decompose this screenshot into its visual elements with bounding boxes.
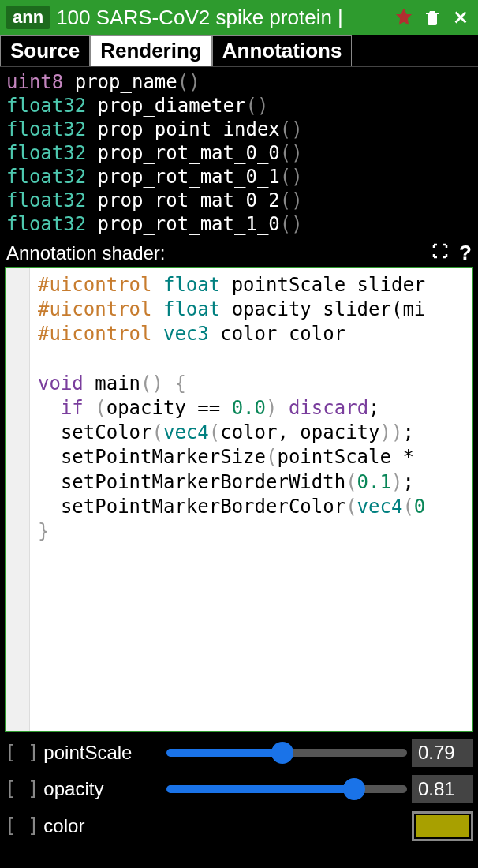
editor-line: #uicontrol float opacity slider(mi [38, 297, 464, 322]
prop-parens: () [280, 189, 303, 211]
prop-type: float32 [6, 166, 86, 188]
layer-type-badge: ann [6, 6, 50, 29]
prop-type: float32 [6, 189, 86, 211]
editor-gutter [6, 268, 30, 731]
control-color: [ ]color [5, 811, 473, 841]
editor-line: if (opacity == 0.0) discard; [38, 396, 464, 421]
control-label: pointScale [43, 742, 162, 764]
pin-icon[interactable] [393, 6, 415, 28]
prop-parens: () [280, 213, 303, 235]
property-row: float32 prop_rot_mat_0_2() [6, 189, 472, 212]
prop-name: prop_rot_mat_0_1 [86, 166, 280, 188]
opacity-slider[interactable] [166, 785, 407, 793]
layer-title[interactable]: 100 SARS-CoV2 spike protein | [56, 6, 387, 30]
prop-type: float32 [6, 213, 86, 235]
delete-icon[interactable] [421, 6, 443, 28]
shader-editor[interactable]: #uicontrol float pointScale slider#uicon… [5, 267, 473, 732]
pointScale-slider[interactable] [166, 749, 407, 757]
pointScale-value[interactable]: 0.79 [412, 739, 473, 767]
ui-controls: [ ]pointScale0.79[ ]opacity0.81[ ]color [0, 732, 478, 855]
property-row: float32 prop_diameter() [6, 94, 472, 118]
layer-header: ann 100 SARS-CoV2 spike protein | [0, 0, 478, 35]
color-picker[interactable] [412, 811, 473, 841]
prop-name: prop_name [63, 71, 177, 93]
property-row: float32 prop_rot_mat_1_0() [6, 212, 472, 236]
tab-rendering[interactable]: Rendering [90, 35, 212, 66]
reset-button[interactable]: [ ] [5, 815, 39, 837]
property-list: uint8 prop_name()float32 prop_diameter()… [0, 67, 478, 239]
prop-type: float32 [6, 118, 86, 140]
prop-parens: () [280, 166, 303, 188]
editor-line: setPointMarkerBorderWidth(0.1); [38, 470, 464, 495]
control-label: color [43, 815, 162, 837]
control-pointScale: [ ]pointScale0.79 [5, 739, 473, 767]
control-label: opacity [43, 778, 162, 800]
reset-button[interactable]: [ ] [5, 778, 39, 800]
editor-line: void main() { [38, 372, 464, 396]
prop-name: prop_rot_mat_0_0 [86, 142, 280, 164]
prop-type: float32 [6, 95, 86, 117]
prop-type: float32 [6, 142, 86, 164]
opacity-value[interactable]: 0.81 [412, 775, 473, 803]
property-row: float32 prop_point_index() [6, 118, 472, 141]
tab-source[interactable]: Source [0, 35, 90, 66]
help-icon[interactable]: ? [459, 241, 472, 265]
control-opacity: [ ]opacity0.81 [5, 775, 473, 803]
prop-name: prop_rot_mat_1_0 [86, 213, 280, 235]
prop-parens: () [245, 95, 268, 117]
prop-name: prop_diameter [86, 95, 245, 117]
property-row: float32 prop_rot_mat_0_1() [6, 165, 472, 189]
editor-line: setColor(vec4(color, opacity)); [38, 421, 464, 445]
prop-name: prop_rot_mat_0_2 [86, 189, 280, 211]
editor-line: setPointMarkerSize(pointScale * [38, 445, 464, 470]
editor-line: } [38, 519, 464, 544]
prop-parens: () [280, 118, 303, 140]
prop-parens: () [280, 142, 303, 164]
reset-button[interactable]: [ ] [5, 742, 39, 764]
tab-bar: SourceRenderingAnnotations [0, 35, 478, 67]
maximize-icon[interactable] [431, 241, 450, 265]
prop-name: prop_point_index [86, 118, 280, 140]
tab-annotations[interactable]: Annotations [212, 35, 353, 66]
shader-label-row: Annotation shader: ? [0, 239, 478, 267]
editor-line [38, 347, 464, 372]
editor-line: #uicontrol vec3 color color [38, 322, 464, 346]
close-icon[interactable] [450, 6, 472, 28]
editor-line: setPointMarkerBorderColor(vec4(0 [38, 495, 464, 519]
prop-parens: () [177, 71, 200, 93]
editor-line: #uicontrol float pointScale slider [38, 273, 464, 297]
editor-content[interactable]: #uicontrol float pointScale slider#uicon… [30, 268, 472, 731]
shader-label: Annotation shader: [6, 242, 421, 264]
property-row: uint8 prop_name() [6, 70, 472, 94]
property-row: float32 prop_rot_mat_0_0() [6, 141, 472, 165]
prop-type: uint8 [6, 71, 63, 93]
